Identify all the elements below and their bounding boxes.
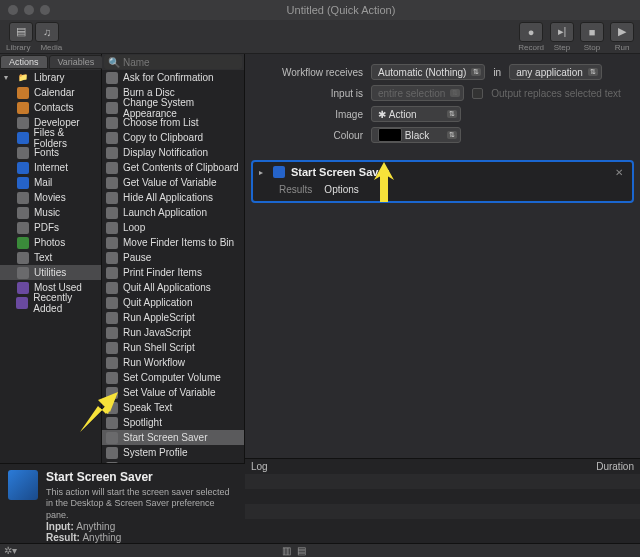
- sidebar-item-label: Recently Added: [33, 292, 97, 314]
- action-icon: [106, 177, 118, 189]
- action-item[interactable]: Spotlight: [102, 415, 244, 430]
- action-item[interactable]: Quit All Applications: [102, 280, 244, 295]
- sidebar-item-label: Files & Folders: [34, 127, 97, 149]
- annotation-arrow-1: [76, 392, 118, 434]
- category-icon: [17, 87, 29, 99]
- search-input[interactable]: 🔍 Name: [104, 55, 242, 69]
- action-item[interactable]: Set Value of Variable: [102, 385, 244, 400]
- action-item[interactable]: Get Contents of Clipboard: [102, 160, 244, 175]
- action-label: Set Value of Variable: [123, 387, 215, 398]
- close-icon[interactable]: [8, 5, 18, 15]
- action-item[interactable]: Pause: [102, 250, 244, 265]
- category-icon: [17, 192, 29, 204]
- action-label: Run AppleScript: [123, 312, 195, 323]
- sidebar-item-movies[interactable]: Movies: [0, 190, 101, 205]
- action-item[interactable]: Print Finder Items: [102, 265, 244, 280]
- action-item[interactable]: Change System Appearance: [102, 100, 244, 115]
- action-item[interactable]: Quit Application: [102, 295, 244, 310]
- action-item[interactable]: Set Computer Volume: [102, 370, 244, 385]
- sidebar-item-label: Music: [34, 207, 60, 218]
- gear-menu-icon[interactable]: ✲▾: [4, 545, 17, 556]
- tab-results[interactable]: Results: [279, 184, 312, 195]
- view-list-icon[interactable]: ▥: [282, 545, 291, 556]
- sidebar-item-label: PDFs: [34, 222, 59, 233]
- tab-options[interactable]: Options: [324, 184, 358, 195]
- screensaver-icon: [273, 166, 285, 178]
- action-icon: [106, 117, 118, 129]
- window-controls[interactable]: [8, 5, 50, 15]
- sidebar-item-files-folders[interactable]: Files & Folders: [0, 130, 101, 145]
- sidebar-item-mail[interactable]: Mail: [0, 175, 101, 190]
- action-label: Run JavaScript: [123, 327, 191, 338]
- category-icon: [17, 102, 29, 114]
- action-icon: [106, 267, 118, 279]
- action-item[interactable]: Display Notification: [102, 145, 244, 160]
- window-title: Untitled (Quick Action): [50, 4, 632, 16]
- image-select[interactable]: ✱ Action: [371, 106, 461, 122]
- action-item[interactable]: Launch Application: [102, 205, 244, 220]
- library-button[interactable]: ▤: [9, 22, 33, 42]
- sidebar-item-calendar[interactable]: Calendar: [0, 85, 101, 100]
- action-item[interactable]: Copy to Clipboard: [102, 130, 244, 145]
- media-button[interactable]: ♫: [35, 22, 59, 42]
- output-replaces-checkbox[interactable]: [472, 88, 483, 99]
- workflow-receives-select[interactable]: Automatic (Nothing): [371, 64, 485, 80]
- colour-select[interactable]: Black: [371, 127, 461, 143]
- action-icon: [106, 357, 118, 369]
- sidebar-item-text[interactable]: Text: [0, 250, 101, 265]
- action-icon: [106, 87, 118, 99]
- disclosure-icon[interactable]: ▾: [4, 73, 12, 82]
- action-item[interactable]: Ask for Confirmation: [102, 70, 244, 85]
- category-icon: [17, 252, 29, 264]
- stop-button[interactable]: ■: [580, 22, 604, 42]
- action-item[interactable]: Get Value of Variable: [102, 175, 244, 190]
- sidebar-item-library[interactable]: ▾📁Library: [0, 70, 101, 85]
- run-button[interactable]: ▶: [610, 22, 634, 42]
- action-item[interactable]: Run Workflow: [102, 355, 244, 370]
- minimize-icon[interactable]: [24, 5, 34, 15]
- action-icon: [106, 237, 118, 249]
- action-icon: [106, 447, 118, 459]
- action-item[interactable]: System Profile: [102, 445, 244, 460]
- category-icon: [17, 282, 29, 294]
- remove-action-button[interactable]: ✕: [612, 167, 626, 178]
- action-item[interactable]: Run JavaScript: [102, 325, 244, 340]
- action-icon: [106, 372, 118, 384]
- application-select[interactable]: any application: [509, 64, 602, 80]
- action-icon: [106, 282, 118, 294]
- action-item[interactable]: Run AppleScript: [102, 310, 244, 325]
- sidebar-item-label: Internet: [34, 162, 68, 173]
- gear-icon: ✱: [378, 109, 386, 120]
- action-item[interactable]: Run Shell Script: [102, 340, 244, 355]
- action-label: Set Computer Volume: [123, 372, 221, 383]
- action-start-screen-saver[interactable]: ▸ Start Screen Saver ✕ Results Options: [251, 160, 634, 203]
- action-label: System Profile: [123, 447, 187, 458]
- sidebar-item-recently-added[interactable]: Recently Added: [0, 295, 101, 310]
- record-button[interactable]: ●: [519, 22, 543, 42]
- action-label: Launch Application: [123, 207, 207, 218]
- action-large-icon: [8, 470, 38, 500]
- action-item[interactable]: Loop: [102, 220, 244, 235]
- tab-actions[interactable]: Actions: [0, 55, 48, 69]
- sidebar-item-utilities[interactable]: Utilities: [0, 265, 101, 280]
- sidebar-item-music[interactable]: Music: [0, 205, 101, 220]
- sidebar-item-pdfs[interactable]: PDFs: [0, 220, 101, 235]
- category-icon: [17, 222, 29, 234]
- action-item[interactable]: Speak Text: [102, 400, 244, 415]
- zoom-icon[interactable]: [40, 5, 50, 15]
- action-item[interactable]: Start Screen Saver: [102, 430, 244, 445]
- sidebar-item-photos[interactable]: Photos: [0, 235, 101, 250]
- action-item[interactable]: Hide All Applications: [102, 190, 244, 205]
- tab-variables[interactable]: Variables: [49, 55, 104, 69]
- input-is-select[interactable]: entire selection: [371, 85, 464, 101]
- disclosure-icon[interactable]: ▸: [259, 168, 267, 177]
- workflow-canvas[interactable]: ▸ Start Screen Saver ✕ Results Options: [245, 154, 640, 458]
- category-icon: [17, 117, 29, 129]
- action-item[interactable]: Move Finder Items to Bin: [102, 235, 244, 250]
- sidebar-item-internet[interactable]: Internet: [0, 160, 101, 175]
- sidebar-item-label: Fonts: [34, 147, 59, 158]
- action-icon: [106, 147, 118, 159]
- sidebar-item-contacts[interactable]: Contacts: [0, 100, 101, 115]
- view-log-icon[interactable]: ▤: [297, 545, 306, 556]
- step-button[interactable]: ▸|: [550, 22, 574, 42]
